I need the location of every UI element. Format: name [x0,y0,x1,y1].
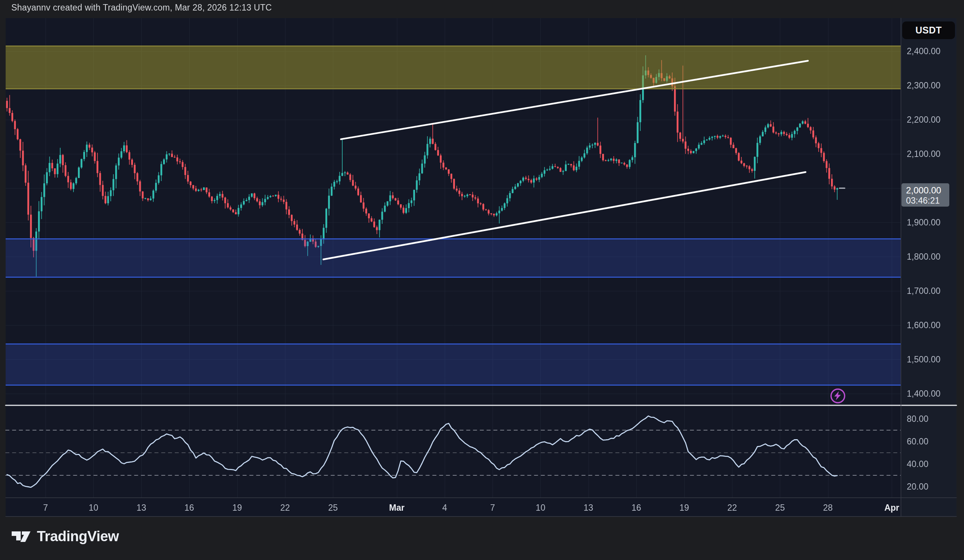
tradingview-wordmark: TradingView [37,528,119,545]
time-axis-label: 7 [43,503,48,513]
price-axis-label: 1,500.00 [907,354,941,365]
price-axis-label: 1,600.00 [907,320,941,330]
time-axis-label: 13 [137,503,147,513]
time-axis-label: 25 [328,503,338,513]
time-axis-label: 22 [280,503,290,513]
rsi-axis-label: 40.00 [907,459,928,469]
time-axis-label: 16 [632,503,641,513]
price-axis-label: 1,400.00 [907,388,941,399]
price-axis-label: 1,700.00 [907,286,941,296]
lightning-bolt-icon [830,388,846,404]
time-axis-label: 28 [823,503,833,513]
time-axis-label: 25 [775,503,785,513]
tradingview-logo[interactable]: TradingView [11,528,119,545]
time-axis-label: Apr [884,503,899,513]
candlestick-chart-canvas[interactable] [0,0,964,560]
boost-button[interactable] [830,388,846,404]
time-axis-label: 7 [490,503,495,513]
time-axis-label: 10 [536,503,546,513]
last-price-value: 2,000.00 [906,185,949,196]
price-axis-label: 1,800.00 [907,252,941,262]
price-axis-label: 2,200.00 [907,114,941,125]
time-axis-label: 19 [679,503,689,513]
tradingview-logo-icon [11,529,31,545]
rsi-axis-label: 80.00 [907,414,928,424]
tradingview-published-chart: Shayannv created with TradingView.com, M… [0,0,964,560]
time-axis-label: 19 [232,503,242,513]
time-axis-label: 13 [584,503,593,513]
rsi-axis-label: 20.00 [907,481,928,492]
currency-badge: USDT [902,21,955,39]
chart-attribution: Shayannv created with TradingView.com, M… [11,3,272,13]
price-axis-label: 2,400.00 [907,46,941,57]
time-axis-label: 22 [727,503,737,513]
time-axis-label: 4 [443,503,447,513]
time-axis-label: 16 [184,503,194,513]
last-price-badge: 2,000.00 03:46:21 [902,183,949,207]
time-axis-label: 10 [88,503,98,513]
rsi-axis-label: 60.00 [907,436,928,447]
time-axis-label: Mar [389,503,404,513]
price-axis-label: 2,300.00 [907,80,941,91]
candle-countdown: 03:46:21 [906,196,949,206]
price-axis-label: 2,100.00 [907,149,941,159]
price-axis-label: 1,900.00 [907,217,941,228]
